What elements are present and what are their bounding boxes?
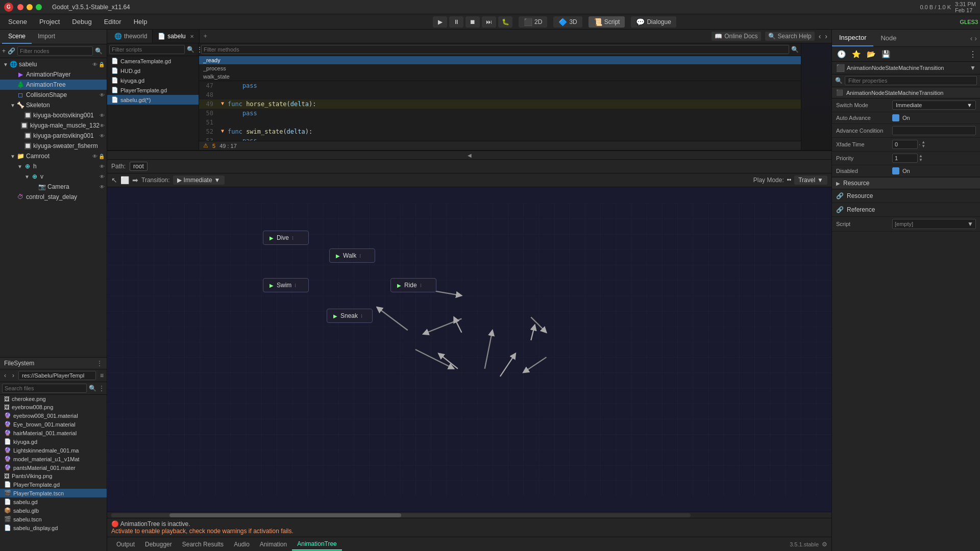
tab-animation[interactable]: Animation [255, 539, 292, 550]
step-button[interactable]: ⏭ [482, 16, 496, 28]
add-node-button[interactable]: + [2, 46, 6, 56]
tree-item-sabelu[interactable]: ▼ 🌐 sabelu 👁 🔒 [0, 59, 107, 69]
tree-item-muscle[interactable]: 🔲 kiyuga-male_muscle_132 👁 [0, 120, 107, 131]
menu-help[interactable]: Help [128, 16, 154, 28]
fs-search-icon[interactable]: 🔍 [89, 385, 96, 392]
fs-back-btn[interactable]: ‹ [2, 371, 8, 380]
fs-item-eyebrow-mat[interactable]: 🔮 eyebrow008_001.material [0, 411, 107, 420]
history-btn[interactable]: 🕐 [835, 49, 848, 59]
fs-item-sabelu-tscn[interactable]: 🎬 sabelu.tscn [0, 515, 107, 523]
connect-mode-btn[interactable]: ➡ [132, 176, 138, 184]
expand-arrow-animtree[interactable] [9, 81, 16, 88]
fl-camera[interactable]: 📄 CameraTemplate.gd [107, 56, 199, 66]
tab-import[interactable]: Import [32, 30, 61, 44]
fs-item-playertemplate-tscn[interactable]: 🎬 PlayerTemplate.tscn [0, 489, 107, 497]
fs-item-model-mat[interactable]: 🔮 model_material_u1_v1Mat [0, 455, 107, 463]
disabled-checkbox[interactable] [892, 167, 899, 174]
tab-sabelu[interactable]: 📄 sabelu ✕ [153, 30, 199, 43]
expand-arrow-collshape[interactable] [9, 91, 16, 98]
fs-item-eyebrow[interactable]: 🖼 eyebrow008.png [0, 403, 107, 411]
fs-search-input[interactable] [2, 384, 87, 393]
save-btn[interactable]: 💾 [879, 49, 892, 59]
method-ready[interactable]: _ready [199, 56, 801, 64]
online-docs-btn[interactable]: 📖 Online Docs [712, 32, 761, 41]
collapse-arrow[interactable]: ◀ [468, 153, 472, 158]
inspector-forward-btn[interactable]: › [974, 34, 977, 42]
state-node-swim[interactable]: ▶ Swim ⁝ [263, 278, 309, 292]
menu-debug[interactable]: Debug [66, 16, 97, 28]
close-button[interactable] [17, 4, 23, 10]
xfade-down[interactable]: ▼ [921, 144, 925, 148]
tree-item-control[interactable]: ⏱ control_stay_delay [0, 192, 107, 202]
tab-animtree[interactable]: AnimationTree [292, 538, 342, 550]
tree-item-collisionshape[interactable]: ◻ CollisionShape 👁 [0, 90, 107, 100]
resource-section[interactable]: ▶ Resource [832, 178, 980, 189]
search-help-btn[interactable]: 🔍 Search Help [765, 32, 815, 41]
fs-item-hair-mat[interactable]: 🔮 hairMaterial_001.material [0, 429, 107, 437]
node-type-dropdown[interactable]: ▼ [970, 64, 976, 71]
menu-scene[interactable]: Scene [2, 16, 33, 28]
fl-playertemplate[interactable]: 📄 PlayerTemplate.gd [107, 85, 199, 95]
state-node-dive[interactable]: ▶ Dive ⁝ [263, 231, 309, 245]
tab-debugger[interactable]: Debugger [140, 539, 177, 550]
fs-item-pantsviking-png[interactable]: 🖼 PantsViking.png [0, 472, 107, 480]
tree-item-camroot[interactable]: ▼ 📁 Camroot 👁 🔒 [0, 151, 107, 161]
tree-item-animtree[interactable]: 🌲 AnimationTree [0, 80, 107, 90]
settings-btn[interactable]: ⚙ [822, 541, 827, 548]
tree-item-sweater[interactable]: 🔲 kiyuga-sweater_fisherm [0, 141, 107, 151]
itab-inspector[interactable]: Inspector [832, 30, 873, 46]
filter-methods-input[interactable] [201, 45, 789, 54]
tab-audio[interactable]: Audio [229, 539, 255, 550]
tree-item-pants[interactable]: 🔲 kiyuga-pantsviking001 👁 [0, 131, 107, 141]
fs-item-playertemplate-gd[interactable]: 📄 PlayerTemplate.gd [0, 480, 107, 489]
tab-scene[interactable]: Scene [2, 30, 32, 44]
expand-arrow-control[interactable] [9, 193, 16, 201]
pause-button[interactable]: ⏸ [449, 16, 463, 28]
filter-scripts-btn[interactable]: 🔍 [187, 46, 194, 53]
tree-item-animplayer[interactable]: ▶ AnimationPlayer [0, 69, 107, 80]
fl-kiyuga[interactable]: 📄 kiyuga.gd [107, 76, 199, 85]
fs-forward-btn[interactable]: › [10, 371, 16, 380]
toolbar-script[interactable]: 📜 Script [589, 16, 625, 28]
tree-item-h[interactable]: ▼ ⊕ h 👁 [0, 161, 107, 171]
expand-arrow-boots[interactable] [16, 112, 23, 119]
tab-close-btn[interactable]: ✕ [190, 34, 194, 39]
fs-item-sabelu-display[interactable]: 📄 sabelu_display.gd [0, 523, 107, 532]
priority-down[interactable]: ▼ [919, 158, 923, 162]
cursor-mode-btn[interactable]: ↖ [111, 176, 117, 184]
expand-arrow-skeleton[interactable]: ▼ [9, 102, 16, 109]
auto-advance-toggle[interactable]: On [892, 114, 910, 121]
fs-item-eye-mat[interactable]: 🔮 Eye_brown_001.material [0, 420, 107, 429]
fs-item-lightskinnedmale[interactable]: 🔮 Lightskinnedmale_001.ma [0, 446, 107, 455]
expand-arrow-camera[interactable] [31, 183, 38, 190]
fs-list-view-btn[interactable]: ≡ [98, 371, 106, 380]
open-btn[interactable]: 📂 [865, 49, 877, 59]
select-mode-btn[interactable]: ⬜ [120, 176, 129, 184]
minimize-button[interactable] [27, 4, 33, 10]
expand-arrow-sweater[interactable] [16, 142, 23, 149]
switch-mode-dropdown[interactable]: Immediate ▼ [892, 101, 976, 110]
debug-button[interactable]: 🐛 [498, 16, 512, 28]
filter-nodes-input[interactable] [17, 46, 93, 56]
instance-button[interactable]: 🔗 [8, 46, 15, 56]
bookmark-btn[interactable]: ⭐ [850, 49, 863, 59]
advance-condition-input[interactable] [892, 126, 976, 135]
method-process[interactable]: _process [199, 64, 801, 72]
expand-arrow-pants[interactable] [16, 132, 23, 139]
method-walk[interactable]: walk_state [199, 72, 801, 81]
toolbar-2d[interactable]: ⬛ 2D [519, 16, 547, 28]
menu-project[interactable]: Project [33, 16, 66, 28]
expand-arrow-animplayer[interactable] [9, 71, 16, 78]
filter-icon[interactable]: 🔍 [95, 46, 103, 56]
fs-item-sabelu-glb[interactable]: 📦 sabelu.glb [0, 506, 107, 515]
inspector-back-btn[interactable]: ‹ [970, 34, 973, 42]
fl-hud[interactable]: 📄 HUD.gd [107, 66, 199, 76]
inspector-menu-btn[interactable]: ⋮ [969, 49, 977, 59]
fs-filter-btn[interactable]: ⋮ [99, 385, 105, 392]
state-node-walk[interactable]: ▶ Walk ⁝ [329, 248, 375, 263]
expand-arrow-camroot[interactable]: ▼ [9, 153, 16, 160]
expand-arrow-muscle[interactable] [14, 122, 20, 129]
filter-scripts-input[interactable] [109, 45, 185, 54]
toolbar-3d[interactable]: 🔷 3D [553, 16, 582, 28]
fs-item-pants-mat[interactable]: 🔮 pantsMaterial_001.mater [0, 463, 107, 472]
